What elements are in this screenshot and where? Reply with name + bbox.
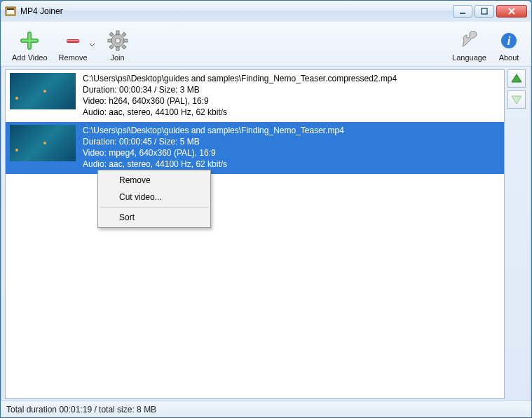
join-button[interactable]: Join	[101, 28, 135, 63]
svg-rect-12	[124, 39, 128, 42]
item-duration-size: Duration: 00:00:34 / Size: 3 MB	[83, 84, 397, 95]
maximize-button[interactable]	[475, 5, 494, 18]
item-audio: Audio: aac, stereo, 44100 Hz, 62 kbit/s	[83, 107, 397, 118]
language-label: Language	[452, 53, 486, 62]
item-meta: C:\Users\psi\Desktop\guides and samples\…	[83, 73, 397, 118]
svg-rect-3	[460, 13, 465, 14]
status-bar: Total duration 00:01:19 / total size: 8 …	[1, 400, 531, 417]
about-label: About	[499, 53, 519, 62]
svg-rect-15	[109, 45, 114, 49]
app-icon	[5, 6, 16, 17]
svg-rect-13	[109, 32, 114, 36]
info-icon: i	[498, 29, 520, 52]
language-button[interactable]: Language	[446, 28, 492, 63]
reorder-controls	[507, 69, 527, 399]
item-path: C:\Users\psi\Desktop\guides and samples\…	[83, 125, 344, 136]
remove-label: Remove	[59, 53, 88, 62]
minimize-button[interactable]	[453, 5, 472, 18]
titlebar[interactable]: MP4 Joiner	[1, 1, 531, 22]
menu-separator	[100, 207, 208, 208]
status-text: Total duration 00:01:19 / total size: 8 …	[6, 405, 156, 414]
item-duration-size: Duration: 00:00:45 / Size: 5 MB	[83, 136, 344, 147]
add-video-button[interactable]: Add Video	[6, 28, 53, 63]
content-area: C:\Users\psi\Desktop\guides and samples\…	[5, 69, 527, 399]
svg-rect-10	[116, 47, 119, 50]
plus-icon	[18, 29, 41, 52]
menu-remove[interactable]: Remove	[100, 172, 209, 189]
item-audio: Audio: aac, stereo, 44100 Hz, 62 kbit/s	[83, 159, 344, 170]
svg-rect-14	[122, 32, 126, 36]
close-button[interactable]	[496, 5, 527, 18]
svg-rect-11	[108, 39, 111, 42]
video-list[interactable]: C:\Users\psi\Desktop\guides and samples\…	[5, 69, 505, 399]
about-button[interactable]: i About	[492, 28, 526, 63]
video-thumbnail	[10, 73, 76, 109]
minus-icon	[62, 29, 84, 52]
move-up-button[interactable]	[507, 69, 526, 88]
gear-icon	[107, 29, 129, 52]
svg-rect-4	[482, 8, 487, 14]
toolbar: Add Video Remove Join Language	[1, 22, 531, 67]
add-video-label: Add Video	[12, 53, 48, 62]
svg-rect-9	[116, 31, 119, 34]
svg-rect-2	[7, 8, 14, 10]
video-thumbnail	[10, 125, 76, 161]
menu-cut-video[interactable]: Cut video...	[100, 189, 209, 205]
remove-button[interactable]: Remove	[53, 28, 101, 63]
item-path: C:\Users\psi\Desktop\guides and samples\…	[83, 73, 397, 84]
item-meta: C:\Users\psi\Desktop\guides and samples\…	[83, 125, 344, 170]
join-label: Join	[110, 53, 124, 62]
svg-point-8	[115, 38, 120, 43]
svg-rect-16	[122, 45, 126, 49]
context-menu: Remove Cut video... Sort	[97, 170, 211, 228]
window-controls	[453, 5, 527, 18]
menu-sort[interactable]: Sort	[100, 209, 209, 226]
item-video: Video: mpeg4, 640x360 (PAL), 16:9	[83, 147, 344, 159]
svg-rect-6	[67, 40, 79, 41]
list-item[interactable]: C:\Users\psi\Desktop\guides and samples\…	[6, 70, 504, 122]
window-title: MP4 Joiner	[20, 6, 453, 16]
list-item[interactable]: C:\Users\psi\Desktop\guides and samples\…	[6, 122, 504, 174]
app-window: MP4 Joiner Add Video Remove	[0, 0, 532, 418]
move-down-button[interactable]	[507, 90, 526, 109]
chevron-down-icon[interactable]	[89, 34, 95, 57]
item-video: Video: h264, 640x360 (PAL), 16:9	[83, 95, 397, 107]
wrench-icon	[458, 29, 481, 52]
svg-text:i: i	[507, 35, 511, 47]
